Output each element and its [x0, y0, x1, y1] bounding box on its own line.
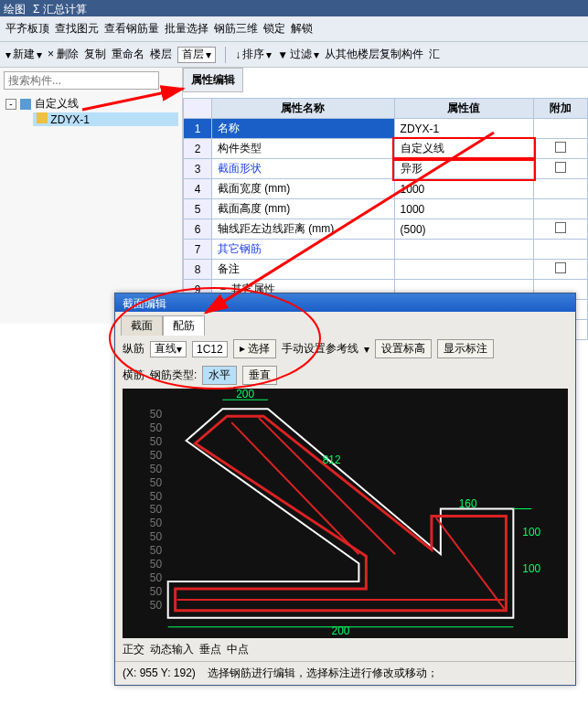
horiz-button[interactable]: 水平 — [202, 366, 237, 385]
svg-text:50: 50 — [150, 490, 163, 503]
col-name: 属性名称 — [211, 99, 394, 119]
expand-icon[interactable]: - — [5, 99, 16, 110]
tb-sum2[interactable]: 汇 — [429, 47, 440, 62]
tb-align-slab[interactable]: 平齐板顶 — [5, 21, 49, 37]
rebar-type-label: 钢筋类型: — [150, 368, 197, 383]
svg-text:812: 812 — [323, 453, 341, 466]
tree-child-label: ZDYX-1 — [50, 113, 90, 126]
prop-row[interactable]: 4截面宽度 (mm)1000 — [184, 179, 588, 199]
svg-text:50: 50 — [150, 571, 163, 584]
col-value: 属性值 — [394, 99, 534, 119]
editor-status-toggles: 正交 动态输入 垂点 中点 — [115, 638, 575, 661]
add-checkbox[interactable] — [555, 262, 566, 273]
dyninput-toggle[interactable]: 动态输入 — [150, 642, 194, 657]
editor-statusbar: (X: 955 Y: 192) 选择钢筋进行编辑，选择标注进行修改或移动； — [115, 661, 575, 685]
long-label: 纵筋 — [123, 341, 144, 357]
tb-delete[interactable]: × 删除 — [48, 47, 79, 62]
prop-row[interactable]: 1名称ZDYX-1 — [184, 119, 588, 139]
properties-title: 属性编辑 — [183, 68, 243, 92]
show-anno-button[interactable]: 显示标注 — [437, 339, 494, 358]
mid-snap[interactable]: 中点 — [227, 642, 249, 657]
tb-copy-from-floor[interactable]: 从其他楼层复制构件 — [325, 47, 423, 62]
svg-text:50: 50 — [150, 463, 163, 475]
vert-button[interactable]: 垂直 — [242, 366, 277, 385]
set-elev-button[interactable]: 设置标高 — [375, 339, 432, 358]
menu-draw[interactable]: 绘图 — [4, 2, 26, 15]
svg-text:50: 50 — [150, 517, 163, 529]
svg-text:50: 50 — [150, 435, 163, 448]
floor-label: 楼层 — [150, 47, 172, 62]
prop-row[interactable]: 3截面形状异形 — [184, 159, 588, 179]
svg-text:50: 50 — [150, 476, 163, 489]
tb-find-element[interactable]: 查找图元 — [55, 21, 99, 37]
ref-label[interactable]: 手动设置参考线 — [282, 341, 358, 357]
svg-text:200: 200 — [236, 389, 254, 400]
col-add: 附加 — [534, 99, 588, 119]
tb-lock[interactable]: 锁定 — [263, 21, 285, 37]
coord-readout: (X: 955 Y: 192) — [123, 667, 196, 679]
properties-pane: 属性编辑 属性名称 属性值 附加 1名称ZDYX-12构件类型自定义线3截面形状… — [183, 68, 588, 324]
component-tree[interactable]: - 自定义线 ZDYX-1 — [4, 95, 178, 126]
tb-sort[interactable]: ↓ 排序 ▾ — [235, 47, 272, 62]
tab-reinforcement[interactable]: 配筋 — [163, 315, 205, 336]
add-checkbox[interactable] — [555, 162, 566, 173]
menu-bar[interactable]: 绘图 Σ 汇总计算 — [0, 0, 588, 16]
section-canvas[interactable]: 505050 505050 505050 505050 505050 200 8… — [123, 389, 568, 638]
ortho-toggle[interactable]: 正交 — [123, 642, 144, 657]
trans-label: 横筋 — [123, 368, 144, 383]
tb-rebar-3d[interactable]: 钢筋三维 — [214, 21, 258, 37]
tb-view-rebar[interactable]: 查看钢筋量 — [104, 21, 159, 37]
section-drawing: 505050 505050 505050 505050 505050 200 8… — [123, 389, 568, 638]
svg-text:50: 50 — [150, 530, 163, 543]
tree-root[interactable]: - 自定义线 — [4, 95, 178, 112]
long-spec[interactable]: 1C12 — [192, 341, 228, 357]
prop-row[interactable]: 2构件类型自定义线 — [184, 139, 588, 159]
status-message: 选择钢筋进行编辑，选择标注进行修改或移动； — [208, 667, 438, 679]
svg-text:50: 50 — [150, 421, 163, 434]
svg-text:50: 50 — [150, 544, 163, 557]
pick-button[interactable]: ▸ 选择 — [233, 339, 276, 358]
svg-text:200: 200 — [332, 624, 350, 637]
tb-copy[interactable]: 复制 — [84, 47, 106, 62]
tb-filter[interactable]: ▼ 过滤 ▾ — [277, 47, 319, 62]
editor-tabs: 截面 配筋 — [115, 312, 575, 336]
editor-bar-longitudinal: 纵筋 直线 ▾ 1C12 ▸ 选择 手动设置参考线 ▾ 设置标高 显示标注 — [115, 336, 575, 362]
svg-marker-0 — [168, 409, 514, 618]
tree-child[interactable]: ZDYX-1 — [33, 112, 178, 126]
search-input[interactable] — [4, 71, 159, 90]
svg-text:160: 160 — [459, 497, 477, 510]
prop-row[interactable]: 7其它钢筋 — [184, 240, 588, 260]
tb-unlock[interactable]: 解锁 — [291, 21, 313, 37]
add-checkbox[interactable] — [555, 222, 566, 233]
svg-text:50: 50 — [150, 599, 163, 612]
toolbar-row-2: ▾ 新建 ▾ × 删除 复制 重命名 楼层 首层 ▾ ↓ 排序 ▾ ▼ 过滤 ▾… — [0, 42, 588, 68]
svg-text:50: 50 — [150, 449, 163, 462]
svg-text:50: 50 — [150, 504, 163, 517]
prop-row[interactable]: 8备注 — [184, 260, 588, 280]
tb-new[interactable]: ▾ 新建 ▾ — [5, 47, 42, 62]
floor-select[interactable]: 首层 ▾ — [177, 47, 216, 63]
svg-text:50: 50 — [150, 558, 163, 571]
tb-rename[interactable]: 重命名 — [112, 47, 144, 62]
folder-icon — [20, 99, 31, 110]
item-icon — [37, 112, 48, 123]
editor-titlebar[interactable]: 截面编辑 — [115, 293, 575, 312]
section-editor-window: 截面编辑 截面 配筋 纵筋 直线 ▾ 1C12 ▸ 选择 手动设置参考线 ▾ 设… — [114, 293, 576, 686]
svg-text:100: 100 — [522, 562, 540, 575]
svg-text:50: 50 — [150, 408, 163, 421]
separator — [225, 47, 226, 63]
toolbar-row-1: 平齐板顶 查找图元 查看钢筋量 批量选择 钢筋三维 锁定 解锁 — [0, 16, 588, 42]
tab-section[interactable]: 截面 — [121, 315, 163, 336]
tree-root-label: 自定义线 — [35, 96, 79, 112]
perp-snap[interactable]: 垂点 — [199, 642, 221, 657]
svg-line-5 — [436, 517, 505, 608]
prop-row[interactable]: 5截面高度 (mm)1000 — [184, 199, 588, 219]
menu-sum[interactable]: Σ 汇总计算 — [33, 2, 87, 15]
editor-bar-transverse: 横筋 钢筋类型: 水平 垂直 — [115, 362, 575, 389]
svg-text:50: 50 — [150, 585, 163, 598]
long-mode[interactable]: 直线 ▾ — [150, 341, 187, 357]
svg-text:100: 100 — [522, 526, 540, 539]
tb-batch-select[interactable]: 批量选择 — [165, 21, 208, 37]
prop-row[interactable]: 6轴线距左边线距离 (mm)(500) — [184, 219, 588, 240]
add-checkbox[interactable] — [555, 142, 566, 153]
